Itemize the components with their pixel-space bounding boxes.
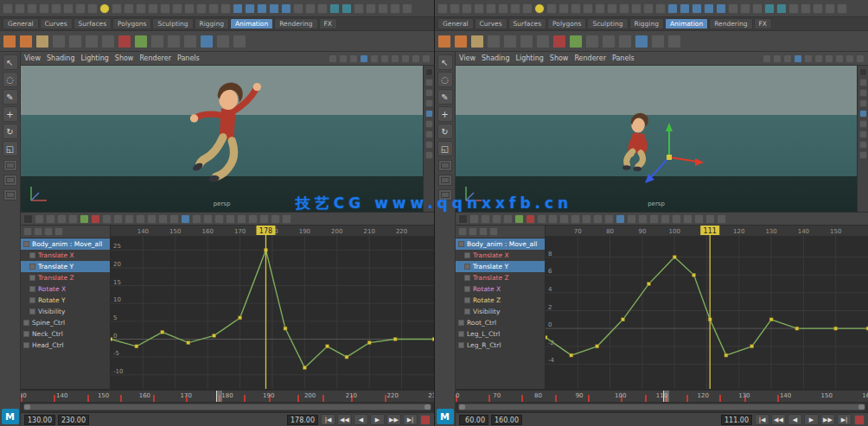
play-backward-button[interactable]: ◀ (788, 414, 802, 425)
toolbar-button[interactable] (859, 99, 867, 107)
toolbar-button[interactable] (339, 54, 348, 63)
toolbar-button[interactable] (537, 214, 546, 224)
toolbar-button[interactable] (147, 214, 156, 224)
toolbar-button[interactable] (825, 54, 833, 63)
toolbar-button[interactable] (101, 35, 115, 48)
panel-menu-shading[interactable]: Shading (482, 54, 510, 62)
toolbar-button[interactable] (23, 214, 33, 224)
play-forward-button[interactable]: ▶ (804, 414, 819, 425)
shelf-tab-rigging[interactable]: Rigging (195, 18, 229, 29)
toolbar-button[interactable] (437, 35, 451, 48)
toolbar-button[interactable] (627, 214, 636, 224)
toolbar-button[interactable] (148, 3, 158, 14)
toolbar-button[interactable] (226, 214, 235, 224)
toolbar-button[interactable] (425, 99, 433, 107)
toolbar-button[interactable] (856, 54, 865, 63)
range-slider[interactable] (21, 402, 434, 412)
toolbar-button[interactable] (422, 54, 431, 63)
toolbar-button[interactable] (837, 3, 847, 14)
toolbar-button[interactable] (522, 3, 533, 14)
shelf-tab-animation[interactable]: Animation (230, 18, 273, 29)
toolbar-button[interactable] (15, 3, 25, 14)
panel-menu-lighting[interactable]: Lighting (80, 54, 108, 62)
previous-frame-button[interactable]: ◀◀ (771, 414, 786, 425)
range-bar[interactable] (458, 404, 865, 410)
toolbar-button[interactable] (167, 35, 181, 48)
toolbar-button[interactable] (124, 214, 134, 224)
channel-item[interactable]: Neck_Ctrl (21, 328, 110, 340)
toolbar-button[interactable] (763, 54, 771, 63)
toolbar-button[interactable] (360, 54, 368, 63)
channel-item[interactable]: Body_anim : Move_all (21, 238, 110, 250)
toolbar-button[interactable] (814, 54, 823, 63)
range-bar[interactable] (23, 404, 431, 410)
range-handle-right[interactable] (858, 404, 865, 410)
toolbar-button[interactable] (150, 35, 164, 48)
toolbar-button[interactable] (813, 3, 823, 14)
toolbar-button[interactable] (85, 35, 99, 48)
toolbar-button[interactable] (783, 54, 792, 63)
toolbar-button[interactable] (602, 35, 616, 48)
shelf-tab-polygons[interactable]: Polygons (547, 18, 586, 29)
toolbar-button[interactable] (181, 214, 190, 224)
toolbar-button[interactable] (583, 3, 593, 14)
channel-item[interactable]: Visibility (456, 306, 545, 317)
range-slider[interactable] (456, 402, 868, 412)
toolbar-button[interactable] (804, 54, 813, 63)
viewport[interactable]: persp (21, 66, 434, 212)
toolbar-button[interactable] (552, 35, 566, 48)
layout-persp-outliner-button[interactable] (3, 189, 17, 200)
toolbar-button[interactable] (859, 68, 867, 76)
set-key-button[interactable] (420, 415, 431, 425)
toolbar-button[interactable] (269, 3, 279, 14)
toolbar-button[interactable] (672, 214, 681, 224)
toolbar-button[interactable] (486, 3, 496, 14)
curve-area[interactable]: 1401501601701801902002102202520151050-5-… (111, 226, 434, 389)
toolbar-button[interactable] (257, 3, 267, 14)
shelf-tab-general[interactable]: General (3, 18, 39, 29)
toolbar-button[interactable] (183, 35, 197, 48)
toolbar-button[interactable] (526, 214, 535, 224)
toolbar-button[interactable] (401, 54, 410, 63)
toolbar-button[interactable] (680, 3, 690, 14)
channel-item[interactable]: Translate Z (456, 272, 545, 283)
next-frame-button[interactable]: ▶▶ (820, 414, 835, 425)
previous-frame-button[interactable]: ◀◀ (337, 414, 352, 425)
shelf-tab-curves[interactable]: Curves (475, 18, 507, 29)
toolbar-button[interactable] (281, 3, 291, 14)
toolbar-button[interactable] (425, 79, 433, 86)
toolbar-button[interactable] (169, 214, 179, 224)
toolbar-button[interactable] (559, 214, 569, 224)
toolbar-button[interactable] (19, 35, 33, 48)
toolbar-button[interactable] (859, 151, 867, 159)
toolbar-button[interactable] (75, 3, 86, 14)
character-crouching[interactable] (604, 99, 672, 193)
toolbar-button[interactable] (366, 3, 376, 14)
panel-menu-view[interactable]: View (459, 54, 475, 62)
toolbar-button[interactable] (776, 3, 787, 14)
toolbar-button[interactable] (425, 68, 433, 76)
toolbar-button[interactable] (487, 35, 501, 48)
toolbar-button[interactable] (825, 3, 835, 14)
set-key-button[interactable] (854, 415, 865, 425)
toolbar-button[interactable] (271, 214, 280, 224)
toolbar-button[interactable] (437, 3, 448, 14)
toolbar-button[interactable] (469, 214, 479, 224)
shelf-tab-fx[interactable]: FX (319, 18, 337, 29)
toolbar-button[interactable] (136, 214, 145, 224)
time-slider[interactable]: 60708090100110120130140150160 (456, 390, 868, 402)
viewport[interactable]: persp (456, 66, 868, 212)
channel-item[interactable]: Rotate X (21, 283, 110, 295)
toolbar-button[interactable] (520, 35, 533, 48)
toolbar-button[interactable] (3, 35, 16, 48)
toolbar-button[interactable] (692, 3, 702, 14)
toolbar-button[interactable] (23, 227, 32, 236)
scale-tool-button[interactable]: ◱ (437, 141, 453, 156)
toolbar-button[interactable] (91, 214, 100, 224)
toolbar-button[interactable] (54, 227, 63, 236)
toolbar-button[interactable] (536, 35, 550, 48)
channel-item[interactable]: Translate X (456, 250, 545, 261)
toolbar-button[interactable] (52, 35, 66, 48)
toolbar-button[interactable] (118, 35, 131, 48)
toolbar-button[interactable] (704, 3, 714, 14)
